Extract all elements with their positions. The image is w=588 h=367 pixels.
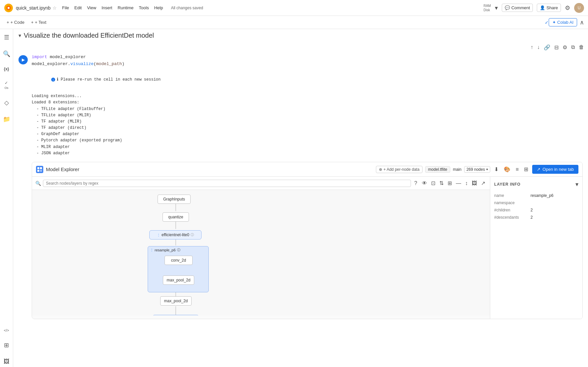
search-input[interactable] <box>43 180 411 187</box>
vertical-icon[interactable]: ↕ <box>464 179 469 188</box>
code-content[interactable]: import model_explorer model_explorer.vis… <box>32 54 125 68</box>
info-panel-icon[interactable]: ≡ <box>514 165 520 174</box>
open-new-tab-button[interactable]: ↗ Open in new tab <box>532 165 578 174</box>
add-per-node-button[interactable]: ⊕ + Add per-node data <box>376 166 423 173</box>
code-sidebar-icon[interactable]: {x} <box>2 65 11 73</box>
external-link-icon: ↗ <box>537 167 540 172</box>
ram-disk-info: RAM Disk <box>484 4 491 12</box>
menu-insert[interactable]: Insert <box>101 5 112 10</box>
folder-sidebar-icon[interactable]: 📁 <box>1 114 12 125</box>
add-text-label: + Text <box>35 20 46 25</box>
user-avatar[interactable]: U <box>574 3 584 13</box>
saved-status: All changes saved <box>171 6 203 10</box>
layer-info-row: name resample_p6 <box>494 192 578 199</box>
search-graph-icon: 🔍 <box>35 181 41 186</box>
theme-icon[interactable]: 🎨 <box>502 165 512 174</box>
help-icon[interactable]: ? <box>413 179 419 188</box>
group-container-resample-p6[interactable]: ⋮ resample_p6 ⓘ conv_2d max_pool_2d <box>148 246 209 292</box>
layer-info-value: 2 <box>531 208 533 212</box>
resample-p6-label: resample_p6 <box>155 248 176 252</box>
svg-rect-7 <box>40 167 42 169</box>
layer-info-key: name <box>494 193 531 198</box>
tag-sidebar-icon[interactable]: ◇ <box>2 97 11 108</box>
expand-toolbar-icon[interactable]: ∧ <box>580 19 584 26</box>
layer-info-key: #children <box>494 208 531 212</box>
menu-runtime[interactable]: Runtime <box>118 5 133 10</box>
split-icon[interactable]: ⊞ <box>446 179 453 188</box>
code-line-1: import model_explorer <box>32 54 125 61</box>
link-icon[interactable]: 🔗 <box>542 43 552 52</box>
table-icon[interactable]: ⊟ <box>553 43 560 52</box>
top-right-controls: RAM Disk ▾ 💬 Comment 👤 Share ⚙ U <box>484 3 584 13</box>
me-controls: ⊕ + Add per-node data model.tflite main … <box>376 165 578 174</box>
add-code-button[interactable]: + + Code <box>4 18 27 26</box>
terminal-sidebar-icon[interactable]: </> <box>2 326 11 334</box>
delete-cell-icon[interactable]: 🗑 <box>577 43 585 52</box>
download-icon[interactable]: ⬇ <box>493 165 500 174</box>
layer-info-collapse-icon[interactable]: ▾ <box>575 181 578 188</box>
move-up-icon[interactable]: ↑ <box>529 43 534 52</box>
menu-sidebar-icon[interactable]: ☰ <box>2 32 11 43</box>
info-icon-efficientnet: ⓘ <box>191 233 194 237</box>
copy-cell-icon[interactable]: ⧉ <box>570 43 576 52</box>
menu-view[interactable]: View <box>87 5 96 10</box>
svg-rect-6 <box>37 167 39 169</box>
share-graph-icon[interactable]: ↗ <box>480 179 487 188</box>
search-sidebar-icon[interactable]: 🔍 <box>1 48 12 59</box>
table-sidebar-icon[interactable]: ⊞ <box>2 340 11 351</box>
section-collapse-icon[interactable]: ▾ <box>18 32 21 39</box>
svg-point-2 <box>8 7 10 9</box>
notebook-area: ▾ Visualize the downloaded EfficientDet … <box>13 29 588 367</box>
node-efficientnet[interactable]: ⋮ efficientnet-lite0 ⓘ <box>149 230 202 239</box>
main-label: main <box>453 167 461 172</box>
settings-cell-icon[interactable]: ⚙ <box>561 43 569 52</box>
move-down-icon[interactable]: ↓ <box>536 43 541 52</box>
settings-icon[interactable]: ⚙ <box>565 4 570 12</box>
menu-file[interactable]: File <box>62 5 69 10</box>
share-button[interactable]: 👤 Share <box>537 4 561 12</box>
expand-graph-icon[interactable]: ⊡ <box>430 179 437 188</box>
code-line-2: model_explorer.visualize(model_path) <box>32 61 125 68</box>
comment-button[interactable]: 💬 Comment <box>502 4 533 12</box>
menu-help[interactable]: Help <box>154 5 163 10</box>
graph-canvas[interactable]: GraphInputs quantize ⋮ efficientnet-lite… <box>32 190 490 315</box>
align-icon[interactable]: ⇅ <box>438 179 445 188</box>
resample-p6-header: ⋮ resample_p6 ⓘ <box>150 248 180 252</box>
me-body: 🔍 ? 👁 ⊡ ⇅ ⊞ — ↕ 🖼 ↗ <box>32 177 582 319</box>
node-max-pool-2d[interactable]: max_pool_2d <box>160 296 192 306</box>
menu-edit[interactable]: Edit <box>74 5 82 10</box>
svg-text:i: i <box>53 78 54 82</box>
node-label-efficientnet: efficientnet-lite0 <box>162 233 189 237</box>
layer-info-panel: LAYER INFO ▾ name resample_p6 namespace … <box>490 177 582 319</box>
node-label-max-pool-2d: max_pool_2d <box>164 299 188 303</box>
image-sidebar-icon[interactable]: 🖼 <box>2 356 12 367</box>
model-explorer-widget: Model Explorer ⊕ + Add per-node data mod… <box>32 162 583 319</box>
node-quantize[interactable]: quantize <box>163 212 189 222</box>
layer-info-row: namespace <box>494 199 578 206</box>
star-icon[interactable]: ☆ <box>53 5 57 11</box>
node-max-pool-2d-inner[interactable]: max_pool_2d <box>163 275 194 285</box>
group-icon-resample: ⋮ <box>150 248 154 252</box>
check-sidebar-icon[interactable]: ✓Os <box>3 79 11 92</box>
colab-ai-button[interactable]: ✦ Colab AI <box>549 18 577 26</box>
node-fpn-cells[interactable]: ⋮ fpn_cells ⓘ <box>153 315 199 315</box>
node-conv-2d[interactable]: conv_2d <box>165 256 193 265</box>
expand-ram-btn[interactable]: ▾ <box>495 4 498 12</box>
me-graph-area: 🔍 ? 👁 ⊡ ⇅ ⊞ — ↕ 🖼 ↗ <box>32 177 490 319</box>
file-name[interactable]: quick_start.ipynb <box>16 5 51 11</box>
node-label-max-pool-2d-inner: max_pool_2d <box>166 278 190 282</box>
run-button[interactable]: ▶ <box>18 55 28 64</box>
layer-info-key: namespace <box>494 201 531 205</box>
layer-info-value: 2 <box>531 215 533 220</box>
node-label-graph-inputs: GraphInputs <box>163 197 185 202</box>
hide-icon[interactable]: — <box>455 179 462 188</box>
settings-me-icon[interactable]: ⊞ <box>523 165 530 174</box>
nodes-dropdown[interactable]: 269 nodes ▾ <box>464 166 490 173</box>
node-graph-inputs[interactable]: GraphInputs <box>158 195 191 204</box>
layer-info-header: LAYER INFO ▾ <box>494 181 578 188</box>
add-text-button[interactable]: + + Text <box>28 18 49 26</box>
eye-icon[interactable]: 👁 <box>421 179 428 188</box>
menu-tools[interactable]: Tools <box>139 5 149 10</box>
image-export-icon[interactable]: 🖼 <box>470 179 478 188</box>
node-label-conv-2d: conv_2d <box>171 258 186 263</box>
